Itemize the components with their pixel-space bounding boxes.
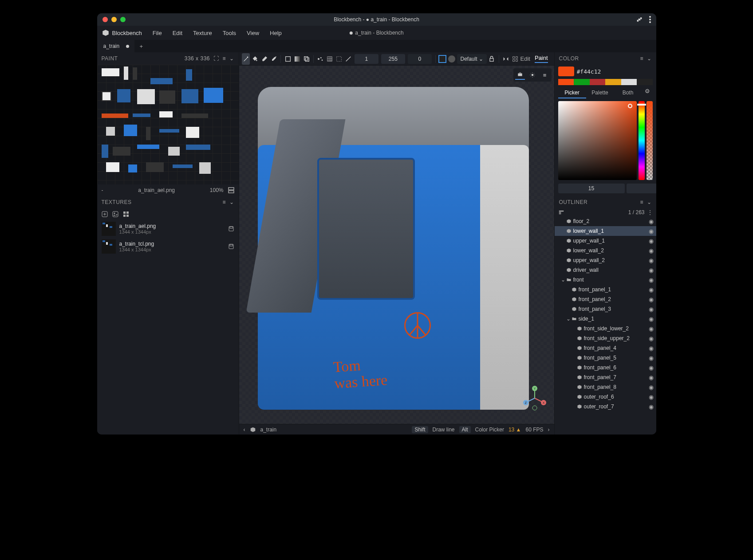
outliner-cube[interactable]: upper_wall_1◉ [555,236,656,246]
selection-tool-icon[interactable] [335,53,343,65]
eraser-tool-icon[interactable] [260,53,268,65]
visibility-toggle-icon[interactable]: ◉ [649,384,654,391]
project-tab-active[interactable]: a_train [97,40,135,52]
visibility-toggle-icon[interactable]: ◉ [649,257,654,264]
visibility-toggle-icon[interactable]: ◉ [649,325,654,332]
outliner-more-icon[interactable]: ⋮ [647,209,653,215]
outliner-cube[interactable]: floor_2◉ [555,216,656,226]
shading-mode-icon[interactable] [515,70,525,80]
brush-opacity-input[interactable] [381,54,405,64]
panel-menu-icon[interactable]: ≡ [640,55,643,62]
outliner-cube[interactable]: driver_wall◉ [555,265,656,275]
panel-collapse-icon[interactable]: ⌄ [229,55,234,62]
light-toggle-icon[interactable] [528,70,537,80]
menu-view[interactable]: View [242,28,264,38]
blend-mode-select[interactable]: Default ⌄ [457,54,487,64]
sv-handle-icon[interactable] [628,104,632,108]
alpha-slider[interactable] [647,101,653,180]
current-color-swatch[interactable] [558,67,574,76]
eyedropper-tool-icon[interactable] [269,53,278,65]
outliner-cube[interactable]: lower_wall_1◉ [555,226,656,236]
close-window-button[interactable] [103,17,108,22]
brush-preset-icon[interactable] [316,53,325,65]
outliner-cube[interactable]: front_side_lower_2◉ [555,324,656,333]
line-tool-icon[interactable] [344,53,353,65]
visibility-toggle-icon[interactable]: ◉ [649,364,654,371]
visibility-toggle-icon[interactable]: ◉ [649,355,654,361]
visibility-toggle-icon[interactable]: ◉ [649,218,654,225]
center-project-tab[interactable]: a_train - Blockbench [349,30,403,36]
shape-tool-icon[interactable] [284,53,292,65]
menu-help[interactable]: Help [265,28,286,38]
warning-count[interactable]: 13 ▲ [509,427,521,433]
copy-tool-icon[interactable] [302,53,311,65]
gradient-tool-icon[interactable] [293,53,301,65]
import-texture-icon[interactable] [112,211,118,217]
panel-menu-icon[interactable]: ≡ [222,55,226,62]
visibility-toggle-icon[interactable]: ◉ [649,247,654,254]
panel-menu-icon[interactable]: ≡ [222,199,226,205]
panel-menu-icon[interactable]: ≡ [640,199,643,205]
quick-palette[interactable] [558,79,653,85]
hue-handle-icon[interactable] [637,104,646,106]
outliner-toggle-icon[interactable] [558,209,564,215]
texture-item[interactable]: a_train_tcl.png 1344 x 1344px [97,238,239,255]
visibility-toggle-icon[interactable]: ◉ [649,238,654,244]
color-hex-input[interactable] [577,68,652,75]
uv-layout-icon[interactable] [228,187,234,193]
visibility-toggle-icon[interactable]: ◉ [649,228,654,235]
visibility-toggle-icon[interactable]: ◉ [649,277,654,283]
panel-collapse-icon[interactable]: ⌄ [229,199,234,205]
outliner-cube[interactable]: front_side_upper_2◉ [555,333,656,343]
mirror-paint-icon[interactable] [502,53,510,65]
color-grid-icon[interactable] [511,53,520,65]
brush-tool-icon[interactable] [242,53,250,65]
uv-editor-canvas[interactable] [97,65,239,184]
palette-swatch[interactable] [637,79,653,85]
palette-swatch[interactable] [590,79,606,85]
outliner-cube[interactable]: front_panel_4◉ [555,343,656,353]
save-texture-icon[interactable] [228,243,234,250]
visibility-toggle-icon[interactable]: ◉ [649,345,654,352]
color-tab-picker[interactable]: Picker [558,88,586,98]
menu-edit[interactable]: Edit [168,28,187,38]
hue-input[interactable] [558,184,625,193]
outliner-cube[interactable]: outer_roof_7◉ [555,402,656,411]
brush-softness-input[interactable] [408,54,432,64]
outliner-cube[interactable]: front_panel_3◉ [555,304,656,314]
status-next-icon[interactable]: › [548,427,550,433]
outliner-cube[interactable]: front_panel_6◉ [555,363,656,372]
axis-gizmo[interactable]: Y X Z [522,386,547,411]
add-texture-icon[interactable] [102,211,108,217]
maximize-window-button[interactable] [120,17,126,22]
palette-swatch[interactable] [558,79,574,85]
outliner-cube[interactable]: outer_roof_6◉ [555,392,656,402]
color-settings-icon[interactable]: ⚙ [642,88,653,98]
visibility-toggle-icon[interactable]: ◉ [649,394,654,400]
outliner-cube[interactable]: front_panel_5◉ [555,353,656,363]
texture-grid-icon[interactable] [123,211,129,217]
visibility-toggle-icon[interactable]: ◉ [649,306,654,313]
outliner-cube[interactable]: front_panel_2◉ [555,294,656,304]
color-tab-both[interactable]: Both [614,88,642,98]
3d-viewport[interactable]: Tom was here ≡ [239,66,554,424]
extension-icon[interactable] [636,16,643,23]
panel-collapse-icon[interactable]: ⌄ [647,55,652,62]
mirror-square-icon[interactable] [438,53,447,65]
texture-item[interactable]: a_train_ael.png 1344 x 1344px [97,220,239,238]
app-logo[interactable]: Blockbench [102,29,142,37]
kebab-menu-icon[interactable] [649,16,651,23]
outliner-group[interactable]: ⌄front◉ [555,275,656,285]
viewport-menu-icon[interactable]: ≡ [540,70,550,80]
sat-input[interactable] [627,184,656,193]
expand-chevron-icon[interactable]: ⌄ [560,277,566,283]
saturation-value-box[interactable] [558,101,637,180]
fullscreen-icon[interactable]: ⛶ [213,55,219,62]
palette-swatch[interactable] [621,79,637,85]
outliner-cube[interactable]: front_panel_7◉ [555,372,656,382]
visibility-toggle-icon[interactable]: ◉ [649,374,654,381]
outliner-cube[interactable]: front_panel_8◉ [555,382,656,392]
visibility-toggle-icon[interactable]: ◉ [649,316,654,322]
palette-swatch[interactable] [574,79,590,85]
expand-chevron-icon[interactable]: ⌄ [565,316,572,322]
